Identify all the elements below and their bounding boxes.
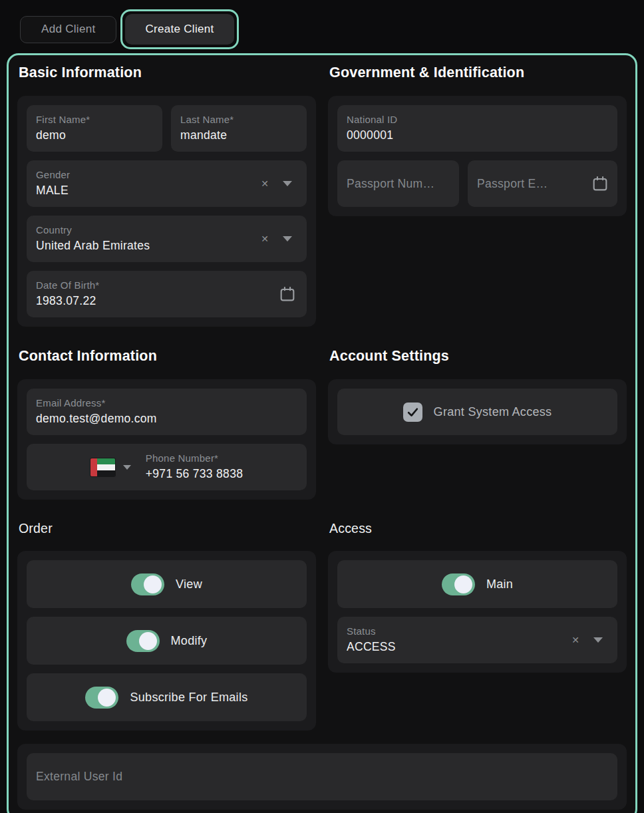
tab-create-client[interactable]: Create Client [125, 14, 234, 45]
chevron-down-icon[interactable] [283, 236, 292, 242]
main-toggle-row[interactable]: Main [337, 560, 617, 608]
last-name-value: mandate [180, 128, 297, 143]
status-label: Status [347, 625, 558, 638]
country-label: Country [36, 224, 247, 237]
account-settings-title: Account Settings [329, 348, 627, 365]
uae-flag-icon [90, 458, 115, 476]
section-access: Access Main Status ACCESS ✕ [328, 516, 627, 673]
clear-icon[interactable]: ✕ [261, 234, 269, 244]
clear-icon[interactable]: ✕ [261, 179, 269, 188]
external-user-id-input[interactable]: External User Id [27, 753, 617, 800]
phone-number-field[interactable]: Phone Number* +971 56 733 8838 [27, 444, 307, 490]
tab-bar: Add Client Create Client [0, 0, 644, 49]
section-order: Order View Modify Subscribe For Emails [17, 516, 316, 731]
email-address-value: demo.test@demo.com [36, 412, 297, 426]
last-name-label: Last Name* [180, 114, 297, 126]
last-name-field[interactable]: Last Name* mandate [171, 105, 307, 152]
calendar-icon[interactable] [591, 174, 609, 193]
contact-information-title: Contact Information [19, 348, 316, 365]
phone-number-label: Phone Number* [146, 452, 243, 465]
contact-information-card: Email Address* demo.test@demo.com [17, 379, 316, 500]
modify-toggle-row[interactable]: Modify [27, 617, 307, 665]
external-user-id-card: External User Id [17, 744, 627, 810]
subscribe-for-emails-toggle-label: Subscribe For Emails [130, 691, 247, 705]
subscribe-for-emails-toggle[interactable] [85, 687, 118, 709]
gender-label: Gender [36, 169, 247, 182]
phone-number-value: +971 56 733 8838 [146, 467, 243, 482]
order-card: View Modify Subscribe For Emails [17, 551, 316, 731]
date-of-birth-field[interactable]: Date Of Birth* 1983.07.22 [27, 271, 307, 317]
passport-expiry-field[interactable]: Passport E… [468, 160, 617, 207]
gender-value: MALE [36, 184, 247, 198]
create-client-form-panel: Basic Information First Name* demo Last … [7, 53, 637, 813]
chevron-down-icon [123, 465, 131, 470]
tab-add-client[interactable]: Add Client [20, 16, 116, 43]
national-id-field[interactable]: National ID 0000001 [337, 105, 617, 152]
chevron-down-icon[interactable] [593, 637, 603, 643]
basic-information-card: First Name* demo Last Name* mandate Gend… [17, 96, 316, 327]
date-of-birth-label: Date Of Birth* [36, 279, 267, 292]
external-user-id-placeholder: External User Id [36, 770, 608, 784]
view-toggle[interactable] [131, 573, 164, 595]
grant-system-access-checkbox[interactable] [403, 403, 422, 422]
phone-texts: Phone Number* +971 56 733 8838 [146, 452, 243, 482]
national-id-value: 0000001 [347, 128, 608, 143]
calendar-icon[interactable] [278, 285, 297, 303]
date-of-birth-value: 1983.07.22 [36, 294, 267, 309]
access-title: Access [329, 521, 627, 536]
access-card: Main Status ACCESS ✕ [328, 551, 627, 673]
passport-number-field[interactable]: Passport Num… [337, 160, 459, 207]
first-name-value: demo [36, 128, 153, 143]
government-identification-title: Government & Identification [329, 65, 627, 81]
national-id-label: National ID [347, 114, 608, 126]
grant-system-access-row[interactable]: Grant System Access [337, 389, 617, 435]
section-basic-information: Basic Information First Name* demo Last … [17, 59, 316, 327]
form-grid: Basic Information First Name* demo Last … [17, 59, 627, 731]
passport-number-placeholder: Passport Num… [347, 177, 450, 191]
create-client-screen: Add Client Create Client Basic Informati… [0, 0, 644, 813]
tab-create-client-ring: Create Client [120, 9, 238, 49]
modify-toggle[interactable] [126, 630, 160, 652]
check-icon [406, 406, 419, 418]
basic-information-title: Basic Information [19, 65, 316, 81]
passport-expiry-placeholder: Passport E… [477, 177, 580, 191]
order-title: Order [19, 521, 316, 536]
first-name-label: First Name* [36, 114, 153, 126]
grant-system-access-label: Grant System Access [434, 405, 552, 419]
chevron-down-icon[interactable] [283, 181, 292, 186]
subscribe-for-emails-toggle-row[interactable]: Subscribe For Emails [27, 673, 307, 721]
first-name-field[interactable]: First Name* demo [27, 105, 162, 152]
country-select[interactable]: Country United Arab Emirates ✕ [27, 216, 307, 262]
name-row: First Name* demo Last Name* mandate [27, 105, 307, 152]
status-value: ACCESS [347, 640, 558, 655]
main-toggle[interactable] [442, 573, 475, 595]
view-toggle-row[interactable]: View [27, 560, 307, 608]
section-contact-information: Contact Information Email Address* demo.… [17, 343, 316, 500]
modify-toggle-label: Modify [171, 634, 208, 648]
clear-icon[interactable]: ✕ [571, 635, 579, 645]
country-code-dropdown[interactable] [90, 458, 136, 476]
passport-row: Passport Num… Passport E… [337, 160, 617, 207]
status-select[interactable]: Status ACCESS ✕ [337, 617, 617, 663]
email-address-label: Email Address* [36, 397, 297, 410]
gender-select[interactable]: Gender MALE ✕ [27, 160, 307, 207]
section-account-settings: Account Settings Grant System Access [328, 343, 627, 444]
government-identification-card: National ID 0000001 Passport Num… Passpo… [328, 96, 627, 216]
main-toggle-label: Main [486, 577, 513, 591]
section-government-identification: Government & Identification National ID … [328, 59, 627, 216]
country-value: United Arab Emirates [36, 239, 247, 253]
email-address-field[interactable]: Email Address* demo.test@demo.com [27, 389, 307, 435]
account-settings-card: Grant System Access [328, 379, 627, 444]
view-toggle-label: View [176, 577, 202, 591]
